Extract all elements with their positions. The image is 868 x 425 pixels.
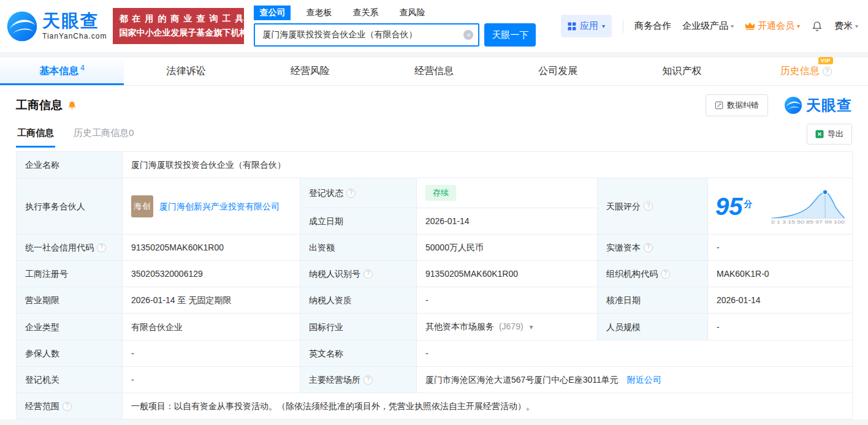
tab-label: 法律诉讼 [166, 65, 205, 78]
label-text: 实缴资本 [606, 241, 641, 254]
subscribe-bell-icon[interactable] [67, 100, 77, 111]
help-icon[interactable]: ? [644, 243, 653, 252]
field-value-approval-date: 2026-01-14 [708, 287, 853, 314]
search-input[interactable] [254, 23, 479, 47]
apps-label: 应用 [580, 20, 598, 32]
table-row: 登记机关 - 主要经营场所 ? 厦门市海沧区海沧大道567号厦门中心E座3011… [17, 367, 853, 393]
tab-basic-info[interactable]: 基本信息 4 [0, 58, 124, 85]
chevron-down-icon[interactable]: ▾ [529, 323, 533, 331]
score-axis-labels: 0 1 3 15 50 85 97 99 100 [771, 220, 845, 224]
help-icon[interactable]: ? [346, 189, 356, 198]
logo-text: 天眼查 TianYanCha.com [42, 12, 107, 40]
score-number: 95 [715, 194, 743, 219]
notification-bell-icon[interactable] [811, 20, 823, 32]
field-label-staff-size: 人员规模 [598, 314, 708, 340]
subtab-business-info[interactable]: 工商信息 [16, 122, 55, 148]
tab-history-info[interactable]: VIP 历史信息 ? [744, 58, 868, 85]
search-tab-company[interactable]: 查公司 [254, 6, 291, 20]
search-tab-relation[interactable]: 查关系 [347, 6, 384, 20]
nav-user[interactable]: 费米 ▾ [834, 20, 858, 32]
header-nav: 应用 ▾ 商务合作 企业级产品 ▾ 开通会员 ▾ [561, 15, 858, 37]
brand-name: 天眼查 [42, 12, 107, 30]
field-label-registration-number: 工商注册号 [17, 261, 123, 287]
help-icon[interactable]: ? [63, 402, 72, 411]
banner-line2: 国家中小企业发展子基金旗下机构 [119, 28, 238, 39]
field-label-taxpayer-quality: 纳税人资质 [300, 287, 417, 314]
field-value-english-name: - [417, 340, 853, 367]
tab-operating-info[interactable]: 经营信息 [372, 58, 496, 85]
field-value-company-type: 有限合伙企业 [123, 314, 300, 340]
label-text: 组织机构代码 [606, 268, 658, 280]
nav-cooperation[interactable]: 商务合作 [634, 20, 671, 32]
clear-search-icon[interactable]: × [463, 30, 473, 40]
help-icon[interactable]: ? [364, 269, 373, 279]
field-label-paid-capital: 实缴资本 ? [598, 235, 708, 261]
field-value-capital: 50000万人民币 [417, 235, 598, 261]
apps-menu[interactable]: 应用 ▾ [561, 15, 612, 37]
tab-label: 经营风险 [291, 65, 330, 78]
partner-company-link[interactable]: 厦门海创新兴产业投资有限公司 [159, 200, 280, 212]
tab-label: 历史信息 [780, 65, 820, 78]
nav-enterprise-products[interactable]: 企业级产品 ▾ [682, 20, 734, 32]
field-label-approval-date: 核准日期 [598, 287, 708, 314]
table-row: 企业类型 有限合伙企业 国标行业 其他资本市场服务 (J679) ▾ 人员规模 … [17, 314, 853, 340]
nearby-companies-link[interactable]: 附近公司 [627, 375, 661, 385]
crown-icon [745, 21, 755, 31]
tianyancha-logo[interactable]: 天眼查 TianYanCha.com [6, 10, 107, 42]
tab-label: 知识产权 [663, 65, 702, 78]
edit-icon [715, 101, 723, 110]
table-row: 参保人数 - 英文名称 - [17, 340, 853, 367]
section-title: 工商信息 [16, 97, 63, 113]
label-text: 主要经营场所 [309, 374, 360, 386]
field-label-business-scope: 经营范围 ? [17, 393, 123, 419]
nav-products-label: 企业级产品 [682, 20, 728, 32]
field-label-tianyan-score: 天眼评分 ? [598, 178, 708, 235]
table-row: 工商注册号 350205320006129 纳税人识别号 ? 91350205M… [17, 261, 853, 287]
tab-count: 4 [80, 64, 85, 72]
field-label-english-name: 英文名称 [300, 340, 417, 367]
help-icon[interactable]: ? [644, 201, 653, 211]
tab-company-development[interactable]: 公司发展 [496, 58, 620, 85]
table-row: 执行事务合伙人 海创 厦门海创新兴产业投资有限公司 登记状态 ? 存续 [17, 178, 853, 208]
label-text: 统一社会信用代码 [25, 241, 94, 254]
field-label-industry: 国标行业 [300, 314, 417, 340]
tab-label: 经营信息 [414, 65, 454, 78]
label-text: 天眼评分 [606, 200, 641, 212]
field-label-credit-code: 统一社会信用代码 ? [17, 235, 123, 261]
brand-domain: TianYanCha.com [42, 32, 107, 40]
business-info-table: 企业名称 厦门海厦联投投资合伙企业（有限合伙） 执行事务合伙人 海创 厦门海创新… [16, 151, 853, 419]
field-value-registration-status: 存续 [417, 178, 598, 208]
field-value-taxpayer-quality: - [417, 287, 598, 314]
search-tab-boss[interactable]: 查老板 [300, 6, 337, 20]
tab-operating-risk[interactable]: 经营风险 [248, 58, 372, 85]
section-tools: 数据纠错 天眼查 [706, 94, 852, 116]
banner-line1: 都在用的商业查询工具 [119, 13, 238, 24]
vip-badge: VIP [818, 57, 833, 64]
search-type-tabs: 查公司 查老板 查关系 查风险 [254, 6, 536, 20]
field-label-taxpayer-id: 纳税人识别号 ? [300, 261, 417, 287]
subtab-history-business-info[interactable]: 历史工商信息0 [72, 122, 135, 148]
help-icon[interactable]: ? [661, 269, 670, 279]
help-icon[interactable]: ? [97, 243, 106, 252]
label-text: 纳税人识别号 [309, 268, 360, 280]
nav-open-vip[interactable]: 开通会员 ▾ [745, 20, 800, 32]
tab-label: 基本信息 [39, 65, 78, 78]
header-divider-strip [0, 52, 868, 58]
export-button[interactable]: 导出 [807, 124, 852, 145]
search-tab-risk[interactable]: 查风险 [394, 6, 430, 20]
field-value-business-term: 2026-01-14 至 无固定期限 [123, 287, 300, 314]
field-value-industry: 其他资本市场服务 (J679) ▾ [417, 314, 598, 340]
help-icon[interactable]: ? [364, 375, 373, 385]
section-header: 工商信息 数据纠错 天眼查 [0, 86, 868, 121]
tianyancha-watermark: 天眼查 [784, 96, 852, 115]
help-icon[interactable]: ? [823, 67, 832, 76]
table-row: 统一社会信用代码 ? 91350205MAK60K1R00 出资额 50000万… [17, 235, 853, 261]
industry-name: 其他资本市场服务 [425, 322, 494, 331]
data-correction-button[interactable]: 数据纠错 [706, 94, 768, 116]
field-value-main-address: 厦门市海沧区海沧大道567号厦门中心E座3011单元 附近公司 [417, 367, 853, 393]
tab-intellectual-property[interactable]: 知识产权 [620, 58, 744, 85]
score-unit: 分 [744, 198, 753, 210]
field-value-registration-number: 350205320006129 [123, 261, 300, 287]
search-button[interactable]: 天眼一下 [484, 23, 536, 47]
tab-legal-proceedings[interactable]: 法律诉讼 [124, 58, 248, 85]
